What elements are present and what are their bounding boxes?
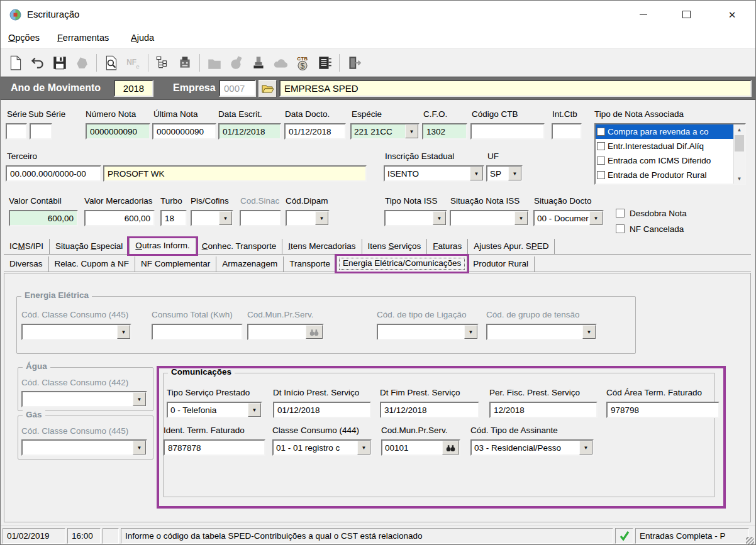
checkbox[interactable] <box>597 157 605 165</box>
valor-mercadorias-field[interactable]: 600,00 <box>84 210 155 226</box>
cod-sinac-field[interactable] <box>240 210 281 226</box>
minimize-button[interactable] <box>629 1 658 28</box>
chevron-down-icon[interactable]: ▼ <box>470 167 483 180</box>
chevron-down-icon[interactable]: ▼ <box>514 211 528 225</box>
ee-cod-mun-field[interactable] <box>247 324 324 340</box>
situacao-docto-combo[interactable]: 00 - Documer▼ <box>533 210 604 226</box>
situacao-nota-iss-combo[interactable]: ▼ <box>450 210 529 226</box>
chevron-down-icon[interactable]: ▼ <box>315 211 328 225</box>
search-button[interactable] <box>306 325 323 339</box>
data-docto-field[interactable]: 01/12/2018 <box>284 123 346 140</box>
chevron-down-icon[interactable]: ▼ <box>219 211 232 225</box>
ledger-button[interactable] <box>314 53 335 72</box>
nf-cancelada-checkbox[interactable] <box>616 224 625 233</box>
nfe-button[interactable]: NFe <box>123 53 143 72</box>
scrollbar[interactable]: ▲ ▼ <box>733 124 745 184</box>
serie-field[interactable] <box>6 123 27 140</box>
ident-term-field[interactable]: 8787878 <box>164 439 265 456</box>
chevron-down-icon[interactable]: ▼ <box>433 211 446 225</box>
tab-faturas[interactable]: Faturas <box>427 239 468 254</box>
cod-dipam-combo[interactable]: ▼ <box>286 210 330 226</box>
delete-button[interactable] <box>72 53 92 72</box>
gas-classe-consumo-combo[interactable]: ▼ <box>21 439 147 456</box>
agua-classe-consumo-combo[interactable]: ▼ <box>21 391 147 407</box>
edit-button[interactable] <box>226 53 247 72</box>
com-cod-mun-field[interactable]: 00101 <box>381 439 460 456</box>
empresa-name-field[interactable]: EMPRESA SPED <box>279 80 752 97</box>
dt-fim-field[interactable]: 31/12/2018 <box>380 402 479 418</box>
tab-icms-ipi[interactable]: ICMS/IPI <box>4 239 50 254</box>
close-button[interactable]: ✕ <box>718 1 747 28</box>
tab-nf-complementar[interactable]: NF Complementar <box>135 256 216 272</box>
maximize-button[interactable] <box>672 1 701 28</box>
uf-combo[interactable]: SP▼ <box>486 165 523 182</box>
chevron-down-icon[interactable]: ▼ <box>133 392 146 406</box>
save-button[interactable] <box>50 53 70 72</box>
classe-consumo-444-combo[interactable]: 01 - 01 registro c▼ <box>272 439 372 456</box>
dt-inicio-field[interactable]: 01/12/2018 <box>273 402 371 418</box>
tab-situacao-especial[interactable]: Situação Especial <box>50 239 129 254</box>
terceiro-nome-field[interactable]: PROSOFT WK <box>103 165 367 182</box>
scroll-thumb[interactable] <box>735 135 744 151</box>
print-preview-button[interactable] <box>101 53 121 72</box>
tab-produtor-rural[interactable]: Produtor Rural <box>467 256 535 272</box>
ano-movimento-field[interactable]: 2018 <box>114 80 153 97</box>
tab-itens-mercadorias[interactable]: Itens Mercadorias <box>282 239 362 254</box>
chevron-down-icon[interactable]: ▼ <box>589 211 603 225</box>
tab-outras-inform[interactable]: Outras Inform. <box>129 238 196 255</box>
exit-button[interactable] <box>344 53 364 72</box>
codigo-ctb-field[interactable] <box>470 123 545 140</box>
import-button[interactable] <box>204 53 225 72</box>
tab-conhec-transporte[interactable]: Conhec. Transporte <box>196 239 283 254</box>
turbo-field[interactable]: 18 <box>160 210 187 226</box>
inscricao-estadual-combo[interactable]: ISENTO▼ <box>384 165 484 182</box>
ultima-nota-field[interactable]: 0000000090 <box>152 123 216 140</box>
chevron-down-icon[interactable]: ▼ <box>464 325 477 339</box>
checkbox[interactable] <box>597 142 605 150</box>
scroll-down-icon[interactable]: ▼ <box>734 173 745 184</box>
cfo-field[interactable]: 1302 <box>422 123 467 140</box>
ee-grupo-tensao-combo[interactable]: ▼ <box>486 324 597 340</box>
tipo-assinante-combo[interactable]: 03 - Residencial/Pesso▼ <box>470 439 594 456</box>
tab-transporte[interactable]: Transporte <box>284 256 336 272</box>
data-escrit-field[interactable]: 01/12/2018 <box>218 123 281 140</box>
valor-contabil-field[interactable]: 600,00 <box>9 210 78 226</box>
sub-serie-field[interactable] <box>30 123 52 140</box>
tab-energia-eletrica-comunicacoes[interactable]: Energia Elétrica/Comunicações <box>336 255 467 272</box>
list-item[interactable]: Entrada de Produtor Rural <box>596 168 745 182</box>
list-item[interactable]: Entr.Interestadual Dif.Alíq <box>596 139 745 153</box>
chevron-down-icon[interactable]: ▼ <box>405 124 418 138</box>
chevron-down-icon[interactable]: ▼ <box>508 167 521 180</box>
ee-classe-consumo-combo[interactable]: ▼ <box>21 324 131 340</box>
chevron-down-icon[interactable]: ▼ <box>248 403 261 417</box>
especie-combo[interactable]: 221 21CC▼ <box>350 123 420 140</box>
checkbox[interactable] <box>597 171 605 179</box>
undo-button[interactable] <box>28 53 48 72</box>
tipo-nota-associada-list[interactable]: Compra para revenda a co Entr.Interestad… <box>594 123 746 185</box>
chevron-down-icon[interactable]: ▼ <box>357 441 370 454</box>
chevron-down-icon[interactable]: ▼ <box>582 325 596 339</box>
tab-itens-servicos[interactable]: Itens Serviços <box>362 239 428 254</box>
menu-opcoes[interactable]: Opções <box>8 33 40 43</box>
cloud-button[interactable] <box>270 53 291 72</box>
tab-diversas[interactable]: Diversas <box>4 256 49 272</box>
ee-tipo-ligacao-combo[interactable]: ▼ <box>377 324 479 340</box>
new-button[interactable] <box>6 53 26 72</box>
list-item[interactable]: Compra para revenda a co <box>596 124 745 139</box>
menu-ferramentas[interactable]: Ferramentas <box>57 33 109 43</box>
open-empresa-button[interactable] <box>258 80 277 97</box>
checkbox[interactable] <box>597 128 605 136</box>
menu-ajuda[interactable]: Ajuda <box>131 33 154 43</box>
chevron-down-icon[interactable]: ▼ <box>579 441 592 454</box>
stamp-button[interactable] <box>248 53 269 72</box>
per-fisc-field[interactable]: 12/2018 <box>489 402 598 418</box>
search-button[interactable] <box>442 441 459 454</box>
chevron-down-icon[interactable]: ▼ <box>133 441 146 454</box>
scroll-up-icon[interactable]: ▲ <box>734 124 745 135</box>
int-ctb-field[interactable] <box>552 123 582 140</box>
ee-consumo-total-field[interactable] <box>152 324 243 340</box>
empresa-code-field[interactable]: 0007 <box>219 80 256 97</box>
tipo-nota-iss-combo[interactable]: ▼ <box>384 210 447 226</box>
resize-grip[interactable] <box>746 537 754 545</box>
list-item[interactable]: Entrada com ICMS Diferido <box>596 153 745 168</box>
